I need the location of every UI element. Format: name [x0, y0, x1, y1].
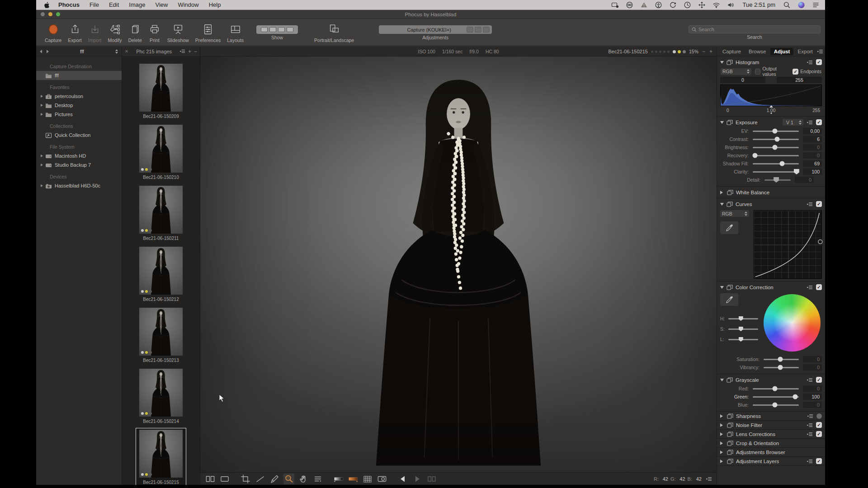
thumbnail-item[interactable]: Bec21-06-150211 [122, 181, 200, 242]
compare-view-icon[interactable] [205, 474, 216, 484]
keyboard-nav-icon[interactable] [698, 1, 706, 9]
forward-icon[interactable] [47, 50, 49, 53]
tab-adjust[interactable]: Adjust [770, 48, 794, 55]
thumb-zoom-in-icon[interactable]: + [188, 48, 191, 55]
expand-icon[interactable] [720, 423, 723, 427]
capture-mini-icon[interactable] [467, 27, 473, 33]
zoom-tool-icon[interactable] [283, 474, 294, 484]
expand-icon[interactable] [720, 460, 723, 463]
shadow-fill-value[interactable]: 69 [803, 160, 822, 167]
slider-thumb[interactable] [753, 153, 758, 158]
search-input[interactable] [698, 27, 817, 32]
portrait-landscape-button[interactable]: Portrait/Landscape [311, 22, 357, 43]
grayscale-enabled-checkbox[interactable] [816, 377, 822, 383]
zoom-out-button[interactable]: − [702, 48, 706, 55]
color-status-dots[interactable] [673, 50, 686, 53]
menu-item-image[interactable]: Image [124, 0, 150, 10]
thumbnail-image[interactable] [139, 125, 183, 173]
thumbnail-item[interactable]: Bec21-06-150209 [122, 59, 200, 120]
section-enabled-checkbox[interactable] [816, 458, 822, 464]
s-slider[interactable] [728, 328, 758, 330]
export-button[interactable]: Export [65, 22, 85, 43]
curves-editor[interactable] [754, 210, 822, 279]
back-icon[interactable] [40, 50, 42, 53]
view-segment-icon[interactable] [287, 27, 293, 32]
view-mode-segmented-control[interactable] [256, 25, 298, 34]
section-enabled-checkbox[interactable] [816, 431, 822, 437]
brightness-value[interactable]: 0 [803, 144, 822, 150]
view-segment-icon[interactable] [261, 27, 268, 32]
output-values-option[interactable]: Output values [755, 66, 789, 77]
slider-thumb[interactable] [739, 337, 743, 342]
status-dot[interactable] [673, 50, 676, 53]
play-back-icon[interactable] [397, 474, 408, 484]
expand-icon[interactable] [720, 191, 723, 194]
play-forward-icon[interactable] [412, 474, 423, 484]
detail-slider[interactable] [764, 179, 791, 181]
folder-path-select[interactable]: fff [80, 49, 84, 54]
gradient-active-icon[interactable] [348, 474, 359, 484]
layouts-button[interactable]: Layouts [224, 22, 247, 43]
status-dot[interactable] [678, 50, 681, 53]
main-photo[interactable] [200, 56, 717, 472]
gamma-marker-icon[interactable] [769, 105, 773, 108]
spotlight-icon[interactable] [783, 1, 791, 9]
collapse-icon[interactable] [720, 286, 724, 289]
l-slider[interactable] [728, 339, 758, 340]
collapse-icon[interactable] [720, 61, 724, 64]
black-point-field[interactable]: 0 [720, 77, 765, 83]
single-view-icon[interactable] [219, 474, 230, 484]
spot-pen-tool-icon[interactable] [269, 474, 280, 484]
readout-menu-icon[interactable] [706, 476, 712, 482]
slider-thumb[interactable] [778, 357, 783, 362]
overlay-menu-icon[interactable] [312, 474, 323, 484]
slider-thumb[interactable] [794, 169, 799, 174]
gradient-neutral-icon[interactable] [333, 474, 344, 484]
menu-item-view[interactable]: View [150, 0, 173, 10]
proof-view-icon[interactable] [377, 474, 387, 484]
exposure-enabled-checkbox[interactable] [816, 119, 822, 125]
saturation-slider[interactable] [764, 359, 799, 360]
curves-eyedropper-button[interactable] [720, 221, 738, 234]
slideshow-button[interactable]: Slideshow [164, 22, 192, 43]
thumbnail-item[interactable]: Bec21-06-150212 [122, 242, 200, 303]
collapse-icon[interactable] [720, 379, 724, 381]
crop-tool-icon[interactable] [240, 474, 251, 484]
section-menu-icon[interactable] [807, 60, 813, 65]
thumbnail-item[interactable]: Bec21-06-150213 [122, 303, 200, 364]
rating-dot[interactable] [663, 51, 665, 53]
output-values-checkbox[interactable] [755, 69, 760, 75]
capture-mini-icon[interactable] [483, 27, 490, 33]
expand-icon[interactable] [720, 450, 723, 454]
green-value[interactable]: 100 [803, 394, 822, 400]
thumbnail-image[interactable] [139, 308, 183, 356]
menu-dot-icon[interactable] [807, 413, 813, 419]
disclosure-icon[interactable] [41, 104, 43, 107]
contrast-slider[interactable] [753, 139, 799, 140]
tab-browse[interactable]: Browse [745, 48, 769, 55]
sidebar-item-pictures[interactable]: Pictures [36, 110, 122, 119]
recovery-value[interactable]: 0 [803, 152, 822, 159]
slider-thumb[interactable] [774, 177, 779, 183]
backup-warning-icon[interactable] [640, 1, 648, 9]
sidebar-item-macintosh-hd[interactable]: Macintosh HD [36, 151, 122, 160]
blue-value[interactable]: 0 [803, 402, 822, 408]
recovery-slider[interactable] [753, 155, 799, 156]
menu-item-file[interactable]: File [85, 0, 104, 10]
curves-enabled-checkbox[interactable] [816, 201, 822, 207]
menu-item-edit[interactable]: Edit [104, 0, 124, 10]
ev-slider[interactable] [753, 131, 799, 132]
rating-dot[interactable] [651, 51, 653, 53]
rating-dot[interactable] [659, 51, 661, 53]
disclosure-icon[interactable] [41, 95, 43, 98]
delete-button[interactable]: Delete [125, 22, 145, 43]
thumb-zoom-out-icon[interactable]: − [194, 48, 197, 55]
red-value[interactable]: 0 [803, 385, 822, 392]
histogram-scale[interactable]: 0 1.00 255 [720, 106, 822, 114]
slider-thumb[interactable] [739, 327, 743, 331]
disclosure-icon[interactable] [41, 164, 43, 166]
sidebar-item-petercoulson[interactable]: petercoulson [36, 92, 122, 101]
view-segment-icon[interactable] [278, 27, 285, 32]
collapse-icon[interactable] [720, 203, 724, 206]
thumbnail-image[interactable] [139, 247, 183, 295]
